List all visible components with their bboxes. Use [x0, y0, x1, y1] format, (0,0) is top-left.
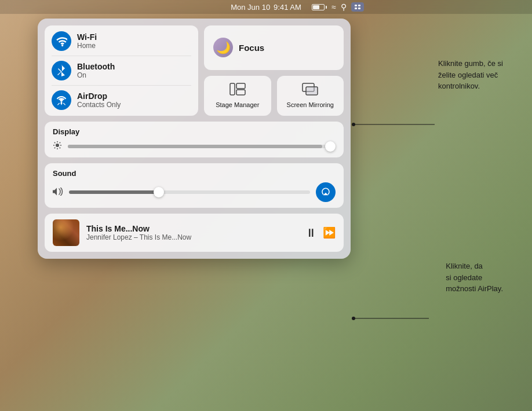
focus-label: Focus	[239, 43, 264, 53]
display-section-label: Display	[53, 127, 336, 136]
airdrop-text: AirDrop Contacts Only	[77, 91, 121, 109]
bottom-right-buttons: Stage Manager Screen Mirroring	[204, 76, 344, 116]
menu-bar: Mon Jun 10 9:41 AM ≈ ⚲	[0, 0, 532, 14]
battery-icon	[312, 4, 327, 10]
wifi-menu-icon: ≈	[331, 2, 336, 12]
svg-line-11	[54, 142, 55, 143]
bluetooth-item[interactable]: Bluetooth On	[52, 61, 191, 86]
stage-manager-label: Stage Manager	[216, 101, 259, 109]
svg-line-12	[60, 148, 60, 148]
track-title: This Is Me...Now	[86, 224, 298, 233]
right-panel: 🌙 Focus Stage Manager	[204, 25, 344, 116]
display-section: Display	[45, 122, 344, 157]
screen-mirroring-label: Screen Mirroring	[287, 101, 334, 109]
screen-mirroring-button[interactable]: Screen Mirroring	[277, 76, 344, 116]
top-section: Wi-Fi Home Bluetooth On	[45, 25, 344, 116]
focus-button[interactable]: 🌙 Focus	[204, 25, 344, 70]
display-slider[interactable]	[68, 145, 336, 148]
bluetooth-text: Bluetooth On	[77, 62, 115, 79]
control-center-panel: Wi-Fi Home Bluetooth On	[38, 19, 351, 259]
pause-button[interactable]: ⏸	[305, 226, 317, 240]
stage-manager-button[interactable]: Stage Manager	[204, 76, 271, 116]
svg-point-18	[352, 317, 355, 320]
svg-point-6	[56, 144, 59, 147]
wifi-subtitle: Home	[77, 42, 97, 50]
sound-section: Sound	[45, 163, 344, 208]
airplay-button[interactable]	[316, 182, 336, 202]
volume-icon	[53, 188, 63, 197]
search-menu-icon[interactable]: ⚲	[341, 2, 347, 12]
focus-icon: 🌙	[213, 38, 233, 57]
bluetooth-icon	[52, 61, 71, 80]
menu-date: Mon Jun 10	[231, 3, 270, 12]
album-art	[53, 219, 79, 246]
wifi-icon	[52, 31, 71, 51]
menu-bar-icons: ≈ ⚲	[312, 2, 364, 12]
svg-rect-2	[236, 83, 245, 89]
annotation-top: Kliknite gumb, če si želite ogledati več…	[438, 58, 503, 92]
wifi-item[interactable]: Wi-Fi Home	[52, 31, 191, 56]
skip-forward-button[interactable]: ⏩	[323, 226, 336, 239]
now-playing-section: This Is Me...Now Jennifer Lopez – This I…	[45, 214, 344, 252]
control-center-menu-icon[interactable]	[351, 2, 364, 12]
annotation-top-text: Kliknite gumb, če si želite ogledati več…	[438, 59, 503, 90]
sound-slider-row	[53, 182, 336, 202]
menu-time: 9:41 AM	[274, 3, 301, 12]
svg-rect-1	[230, 83, 235, 95]
svg-line-13	[60, 142, 60, 143]
sound-section-label: Sound	[53, 169, 336, 178]
screen-mirroring-icon	[302, 83, 318, 99]
airdrop-item[interactable]: AirDrop Contacts Only	[52, 90, 191, 110]
stage-manager-icon	[229, 83, 246, 99]
wifi-text: Wi-Fi Home	[77, 32, 97, 50]
svg-rect-3	[236, 90, 245, 95]
bluetooth-subtitle: On	[77, 71, 115, 79]
svg-rect-5	[306, 87, 318, 95]
svg-point-16	[352, 123, 355, 126]
bluetooth-label: Bluetooth	[77, 62, 115, 71]
airdrop-icon	[52, 90, 71, 110]
wifi-label: Wi-Fi	[77, 32, 97, 42]
playback-controls: ⏸ ⏩	[305, 226, 336, 240]
sound-slider[interactable]	[69, 190, 310, 194]
airdrop-subtitle: Contacts Only	[77, 101, 121, 109]
track-info: This Is Me...Now Jennifer Lopez – This I…	[86, 224, 298, 241]
track-artist: Jennifer Lopez – This Is Me...Now	[86, 233, 298, 241]
display-slider-row	[53, 141, 336, 152]
connectivity-panel: Wi-Fi Home Bluetooth On	[45, 25, 198, 116]
brightness-icon	[53, 141, 62, 152]
svg-line-14	[54, 148, 55, 148]
airdrop-label: AirDrop	[77, 91, 121, 101]
annotation-bottom-text: Kliknite, da si ogledate možnosti AirPla…	[446, 262, 503, 293]
annotation-bottom: Kliknite, da si ogledate možnosti AirPla…	[446, 260, 503, 295]
